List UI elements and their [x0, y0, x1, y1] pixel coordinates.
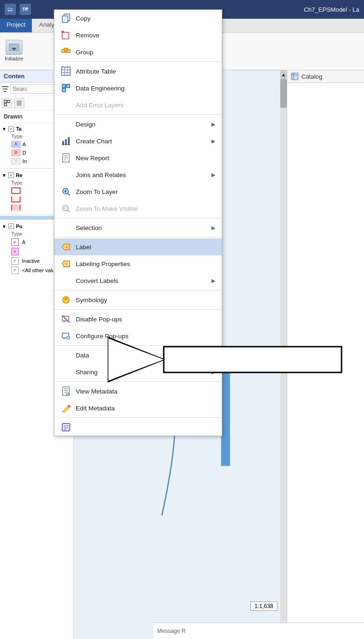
menu-item-sharing[interactable]: Sharing ▶	[54, 364, 222, 380]
svg-rect-31	[62, 141, 64, 145]
design-label: Design	[76, 121, 95, 128]
menu-item-view-metadata[interactable]: View Metadata	[54, 383, 222, 400]
menu-item-label[interactable]: A Label	[54, 238, 222, 255]
ta-symbol-A: A	[11, 141, 21, 148]
menu-item-create-chart[interactable]: Create Chart ▶	[54, 133, 222, 149]
svg-line-64	[62, 411, 63, 412]
view-metadata-label: View Metadata	[76, 388, 117, 395]
separator-1	[54, 61, 222, 62]
create-chart-label-wrap: Create Chart	[61, 136, 112, 146]
menu-item-new-report[interactable]: New Report	[54, 149, 222, 166]
menu-item-disable-popups[interactable]: Disable Pop-ups	[54, 311, 222, 327]
menu-item-data-engineering[interactable]: Data Engineering	[54, 80, 222, 97]
svg-rect-22	[62, 67, 70, 75]
scroll-thumb[interactable]	[280, 80, 287, 108]
title-bar-icons: 🗂 🗺	[5, 4, 31, 15]
selection-icon	[61, 223, 71, 233]
catalog-icon	[291, 73, 298, 80]
re-symbol-1	[11, 187, 21, 194]
svg-rect-33	[68, 137, 70, 145]
menu-item-zoom-to-layer[interactable]: Zoom To Layer	[54, 183, 222, 200]
design-icon	[61, 119, 71, 129]
menu-item-labeling-properties[interactable]: Ab Labeling Properties	[54, 255, 222, 272]
tab-project[interactable]: Project	[0, 19, 32, 32]
menu-item-add-error-layers: Add Error Layers	[54, 97, 222, 113]
initialize-icon	[6, 40, 22, 55]
ta-checkbox[interactable]: ✓	[8, 126, 14, 132]
data-icon	[61, 350, 71, 360]
sharing-label-wrap: Sharing	[61, 367, 98, 377]
svg-rect-15	[62, 16, 68, 22]
expand-arrow-ta: ▼	[2, 126, 7, 132]
separator-7	[54, 345, 222, 346]
menu-item-joins-relates[interactable]: Joins and Relates ▶	[54, 166, 222, 183]
ta-label-I: In	[22, 158, 27, 164]
remove-label: Remove	[76, 32, 99, 39]
expand-arrow-pu: ▼	[2, 224, 7, 229]
menu-item-remove[interactable]: Remove	[54, 27, 222, 44]
pu-type-text: Type	[11, 231, 22, 237]
sharing-arrow: ▶	[211, 369, 215, 375]
pu-checkbox[interactable]: ✓	[8, 223, 14, 229]
window-title: Ch7_EPSModel - La	[304, 6, 359, 13]
copy-label: Copy	[76, 15, 91, 22]
menu-item-selection[interactable]: Selection ▶	[54, 219, 222, 236]
catalog-title: Catalog	[301, 73, 322, 80]
menu-item-copy[interactable]: Copy	[54, 10, 222, 27]
new-report-label: New Report	[76, 155, 109, 162]
menu-item-group[interactable]: Group	[54, 44, 222, 60]
separator-9	[54, 417, 222, 418]
pu-label-A: A	[22, 239, 25, 245]
svg-rect-28	[66, 84, 70, 88]
re-checkbox[interactable]: ✓	[8, 172, 14, 178]
chart-icon	[61, 136, 71, 146]
catalog-header[interactable]: Catalog	[287, 70, 364, 83]
menu-item-design[interactable]: Design ▶	[54, 116, 222, 133]
zoom-to-visible-label: Zoom To Make Visible	[76, 205, 138, 212]
message-bar: Message R	[153, 623, 364, 639]
filter-icon[interactable]	[2, 86, 8, 92]
menu-item-attribute-table[interactable]: Attribute Table	[54, 63, 222, 80]
svg-rect-27	[62, 84, 66, 88]
initialize-label: Initialize	[5, 56, 23, 61]
menu-item-convert-labels[interactable]: Convert Labels ▶	[54, 272, 222, 289]
message-text: Message R	[157, 628, 186, 634]
symbology-label: Symbology	[76, 297, 107, 304]
config-popup-icon	[61, 331, 71, 341]
menu-item-properties[interactable]	[54, 419, 222, 436]
catalog-panel: Catalog	[287, 70, 364, 639]
svg-line-44	[67, 210, 70, 212]
labeling-icon: Ab	[61, 259, 71, 269]
joins-arrow: ▶	[211, 172, 215, 178]
copy-icon	[61, 13, 71, 23]
svg-text:Ab: Ab	[65, 262, 68, 265]
ta-label-A: A	[22, 141, 26, 147]
svg-text:A: A	[66, 245, 68, 249]
selection-label: Selection	[76, 224, 102, 231]
svg-rect-32	[65, 139, 67, 145]
design-arrow: ▶	[211, 121, 215, 127]
map-scrollbar[interactable]: ▲ ▼	[280, 70, 287, 639]
report-icon	[61, 153, 71, 163]
menu-item-symbology[interactable]: Symbology	[54, 291, 222, 308]
separator-3	[54, 218, 222, 218]
expand-all-btn[interactable]	[2, 98, 12, 108]
menu-item-configure-popups[interactable]: Configure Pop-ups	[54, 327, 222, 344]
joins-relates-label: Joins and Relates	[76, 171, 126, 178]
list-view-btn[interactable]	[14, 98, 24, 108]
folder-icon: 🗂	[5, 4, 16, 15]
scale-bar: 1:1,638	[250, 602, 277, 611]
data-eng-icon	[61, 83, 71, 93]
initialize-button[interactable]: Initialize	[5, 40, 23, 61]
scroll-up-btn[interactable]: ▲	[280, 70, 287, 80]
menu-item-zoom-to-visible: Zoom To Make Visible	[54, 200, 222, 217]
error-layers-icon	[61, 100, 71, 110]
contents-title: Conten	[4, 73, 25, 80]
zoom-visible-icon	[61, 203, 71, 214]
disable-popups-label: Disable Pop-ups	[76, 316, 122, 323]
svg-rect-11	[291, 73, 298, 80]
remove-icon	[61, 30, 71, 40]
menu-item-data[interactable]: Data ▶	[54, 347, 222, 364]
separator-2	[54, 114, 222, 115]
menu-item-edit-metadata[interactable]: Edit Metadata	[54, 400, 222, 416]
